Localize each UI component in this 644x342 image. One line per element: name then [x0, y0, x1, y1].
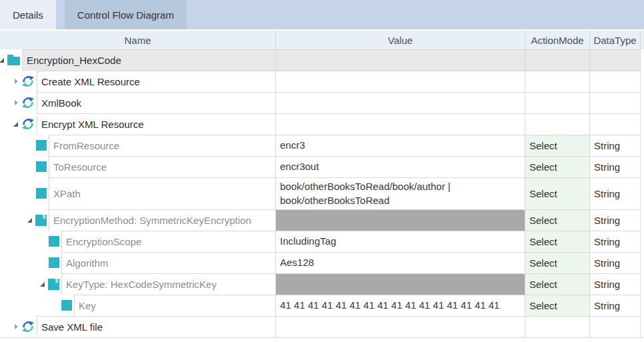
table-row[interactable]: Save XML file	[0, 316, 644, 337]
tab-details[interactable]: Details	[0, 0, 56, 29]
data-type-cell[interactable]	[589, 316, 640, 337]
name-cell[interactable]: ToResource	[0, 156, 275, 177]
data-type-cell[interactable]: String	[589, 209, 640, 231]
data-type-cell[interactable]	[589, 49, 640, 71]
name-cell[interactable]: KeyType: HexCodeSymmetricKey	[0, 273, 275, 295]
expander-icon[interactable]	[13, 122, 18, 127]
filler-cell	[640, 156, 644, 177]
data-type-cell[interactable]	[589, 92, 640, 113]
table-row[interactable]: XmlBook	[0, 92, 644, 113]
value-cell[interactable]: book/otherBooksToRead/book/author | book…	[275, 177, 525, 209]
table-row[interactable]: FromResource encr3 Select String	[0, 135, 644, 156]
action-mode-text: Select	[529, 257, 557, 269]
tree-indent	[0, 113, 37, 135]
value-cell[interactable]	[275, 273, 525, 295]
value-cell[interactable]: 41 41 41 41 41 41 41 41 41 41 41 41 41 4…	[275, 295, 525, 316]
data-type-text: String	[594, 257, 620, 269]
name-cell[interactable]: XmlBook	[0, 92, 275, 113]
expander-icon[interactable]	[15, 100, 18, 105]
name-cell[interactable]: EncryptionMethod: SymmetricKeyEncryption	[0, 209, 275, 231]
name-cell[interactable]: EncryptionScope	[0, 231, 275, 252]
value-cell[interactable]: encr3	[275, 135, 525, 156]
filler-cell	[640, 92, 644, 113]
refresh-icon	[21, 75, 35, 88]
tab-control-flow-diagram[interactable]: Control Flow Diagram	[65, 0, 187, 29]
name-cell[interactable]: XPath	[0, 177, 275, 209]
column-header-name: Name	[0, 31, 275, 49]
action-mode-cell[interactable]	[525, 113, 589, 135]
filler-cell	[640, 113, 644, 135]
name-cell[interactable]: Algorithm	[0, 252, 275, 273]
tree-indent	[0, 231, 61, 252]
tab-bar: Details Control Flow Diagram	[0, 0, 644, 29]
data-type-cell[interactable]: String	[589, 135, 640, 156]
table-row[interactable]: Encrypt XML Resource	[0, 113, 644, 135]
expander-icon[interactable]	[15, 324, 18, 329]
action-mode-cell[interactable]: Select	[525, 177, 589, 209]
table-row[interactable]: EncryptionScope IncludingTag Select Stri…	[0, 231, 644, 252]
action-mode-cell[interactable]: Select	[525, 209, 589, 231]
table-row[interactable]: XPath book/otherBooksToRead/book/author …	[0, 177, 644, 209]
action-mode-cell[interactable]	[525, 316, 589, 337]
name-cell[interactable]: Create XML Resource	[0, 71, 275, 92]
row-label: Encryption_HexCode	[27, 55, 121, 66]
table-row[interactable]: Encryption_HexCode	[0, 49, 644, 71]
name-cell[interactable]: Key	[0, 295, 275, 316]
tree-indent	[0, 316, 37, 337]
data-type-cell[interactable]	[589, 71, 640, 92]
row-label: Key	[79, 300, 96, 311]
data-type-cell[interactable]: String	[589, 295, 640, 316]
action-mode-cell[interactable]: Select	[525, 273, 589, 295]
value-cell[interactable]: encr3out	[275, 156, 525, 177]
row-label: EncryptionMethod: SymmetricKeyEncryption	[53, 215, 251, 226]
action-mode-cell[interactable]: Select	[525, 135, 589, 156]
action-mode-cell[interactable]: Select	[525, 252, 589, 273]
table-row[interactable]: Create XML Resource	[0, 71, 644, 92]
value-text: Aes128	[280, 256, 314, 269]
table-row[interactable]: Algorithm Aes128 Select String	[0, 252, 644, 273]
value-text: encr3out	[280, 160, 319, 173]
data-type-cell[interactable]: String	[589, 231, 640, 252]
value-cell[interactable]	[275, 92, 525, 113]
tab-control-flow-diagram-label: Control Flow Diagram	[77, 9, 174, 21]
value-cell[interactable]	[275, 49, 525, 71]
value-cell[interactable]: IncludingTag	[275, 231, 525, 252]
data-type-cell[interactable]: String	[589, 273, 640, 295]
expander-icon[interactable]	[15, 79, 18, 84]
table-row[interactable]: ToResource encr3out Select String	[0, 156, 644, 177]
action-mode-cell[interactable]	[525, 71, 589, 92]
column-header-value: Value	[275, 31, 525, 49]
value-cell[interactable]	[275, 71, 525, 92]
table-row[interactable]: EncryptionMethod: SymmetricKeyEncryption…	[0, 209, 644, 231]
value-cell[interactable]	[275, 113, 525, 135]
table-row[interactable]: Key 41 41 41 41 41 41 41 41 41 41 41 41 …	[0, 295, 644, 316]
data-type-cell[interactable]: String	[589, 252, 640, 273]
tree-indent	[0, 209, 49, 231]
expander-icon[interactable]	[27, 218, 32, 223]
tree-indent	[0, 92, 37, 113]
table-row[interactable]: KeyType: HexCodeSymmetricKey Select Stri…	[0, 273, 644, 295]
tree-indent	[0, 49, 22, 71]
value-cell[interactable]: Aes128	[275, 252, 525, 273]
name-cell[interactable]: Encrypt XML Resource	[0, 113, 275, 135]
action-mode-cell[interactable]: Select	[525, 295, 589, 316]
data-type-text: String	[594, 300, 620, 311]
action-mode-cell[interactable]: Select	[525, 156, 589, 177]
expander-icon[interactable]	[0, 58, 4, 63]
filler-cell	[640, 231, 644, 252]
action-mode-cell[interactable]: Select	[525, 231, 589, 252]
data-type-cell[interactable]	[589, 113, 640, 135]
data-type-cell[interactable]: String	[589, 156, 640, 177]
action-mode-cell[interactable]	[525, 92, 589, 113]
filler-cell	[640, 49, 644, 71]
folder-icon	[7, 55, 20, 65]
name-cell[interactable]: Save XML file	[0, 316, 275, 337]
action-mode-cell[interactable]	[525, 49, 589, 71]
data-type-cell[interactable]: String	[589, 177, 640, 209]
expander-icon[interactable]	[40, 282, 45, 287]
value-cell[interactable]	[275, 209, 525, 231]
data-type-text: String	[594, 140, 620, 151]
name-cell[interactable]: FromResource	[0, 135, 275, 156]
name-cell[interactable]: Encryption_HexCode	[0, 49, 275, 71]
value-cell[interactable]	[275, 316, 525, 337]
